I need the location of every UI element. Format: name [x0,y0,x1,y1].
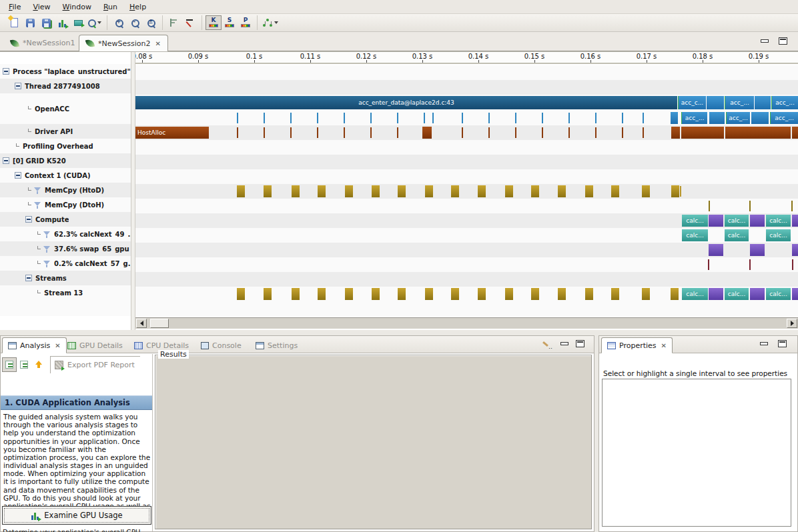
stream13-interval[interactable] [750,288,765,300]
driver-api-tick[interactable] [317,127,318,138]
view-menu-icon[interactable] [543,341,551,347]
maximize-icon[interactable] [576,340,584,347]
openacc-main-interval[interactable]: acc_c... [678,96,706,109]
menu-view[interactable]: View [27,1,56,13]
openacc-sub-tick[interactable] [397,113,398,123]
menu-file[interactable]: File [3,1,27,13]
openacc-sub-tick[interactable] [370,113,372,123]
minimize-icon[interactable] [560,342,568,345]
tree-item-calcnext57[interactable]: 0.2% calcNext_57_g... [0,256,131,271]
driver-api-tick[interactable] [397,127,398,138]
openacc-main-interval[interactable]: acc_... [725,96,754,109]
openacc-sub-tick[interactable] [515,113,516,123]
openacc-main-interval[interactable]: acc_... [771,96,798,109]
timeline-ruler[interactable]: 0.08 s0.09 s0.1 s0.11 s0.12 s0.13 s0.14 … [135,52,798,64]
menu-help[interactable]: Help [123,1,152,13]
openacc-sub-tick[interactable] [317,113,318,123]
stream13-interval[interactable]: calc... [766,288,791,300]
openacc-sub-interval[interactable]: acc_... [726,112,750,124]
process-color-button[interactable]: P [238,15,254,30]
memcpy-dtoh-tick[interactable] [749,201,751,211]
menu-run[interactable]: Run [97,1,123,13]
memcpy-dtoh-tick[interactable] [791,201,793,211]
tab-settings[interactable]: Settings [250,337,303,353]
filter-icon[interactable] [34,187,41,194]
driver-api-tick[interactable] [542,127,543,138]
tree-item-process[interactable]: Process "laplace_unstructured" (1... [0,64,131,79]
minimize-icon[interactable] [761,39,769,43]
flag-marker-button[interactable] [166,15,182,30]
export-pdf-button[interactable]: Export PDF Report [50,356,140,373]
tab-newsession2[interactable]: *NewSession2✕ [79,35,168,51]
stream13-interval[interactable] [478,288,486,300]
stream13-interval[interactable] [264,288,272,300]
run-analysis-button[interactable] [70,15,86,30]
filter-icon[interactable] [43,245,51,253]
zoom-fit-button[interactable]: ± [143,15,159,30]
memcpy-htod-interval[interactable] [398,185,406,197]
collapse-icon[interactable] [3,68,9,75]
calcnext49-interval[interactable]: calc... [682,229,708,241]
memcpy-htod-interval[interactable] [671,185,679,197]
maximize-icon[interactable] [779,37,787,45]
stream13-interval[interactable] [611,288,619,300]
calcnext57-tick[interactable] [792,259,793,270]
zoom-in-button[interactable]: + [111,15,127,30]
collapse-icon[interactable] [15,83,21,89]
compute-interval[interactable]: calc... [725,215,749,227]
stream13-interval[interactable] [642,288,650,300]
driver-api-interval[interactable] [792,127,798,139]
stream13-interval[interactable] [558,288,566,300]
new-session-button[interactable] [6,15,22,30]
openacc-sub-tick[interactable] [432,113,434,123]
openacc-sub-interval[interactable] [671,112,678,124]
filter-icon[interactable] [43,231,51,238]
driver-api-tick[interactable] [643,127,644,138]
openacc-sub-tick[interactable] [622,113,623,123]
menu-window[interactable]: Window [57,1,97,13]
openacc-main-interval[interactable] [707,96,724,109]
openacc-sub-interval[interactable] [709,112,725,124]
memcpy-htod-interval[interactable] [505,185,513,197]
tab-properties[interactable]: Properties ✕ [601,337,673,353]
driver-api-tick[interactable] [237,127,238,138]
openacc-sub-tick[interactable] [462,113,463,123]
examine-gpu-usage-button[interactable]: Examine GPU Usage [2,506,151,525]
tree-item-thread[interactable]: Thread 2877491008 [0,79,131,93]
memcpy-htod-interval[interactable] [642,185,650,197]
openacc-sub-tick[interactable] [264,113,265,123]
zoom-out-button[interactable]: - [127,15,143,30]
calcnext57-tick[interactable] [708,259,709,270]
stream13-interval[interactable] [237,288,245,300]
openacc-sub-tick[interactable] [542,113,543,123]
close-icon[interactable]: ✕ [55,342,60,349]
openacc-sub-tick[interactable] [488,113,490,123]
tree-item-grid-k520[interactable]: [0] GRID K520 [0,153,131,168]
tab-gpu-details[interactable]: GPU Details [62,337,128,353]
tree-splitter[interactable] [131,52,135,330]
scroll-right-button[interactable] [787,319,797,328]
maximize-icon[interactable] [778,340,787,347]
driver-api-tick[interactable] [622,127,623,138]
driver-api-interval[interactable] [671,127,680,139]
call-tree-button[interactable] [261,15,280,30]
tree-item-compute[interactable]: Compute [0,212,131,227]
close-icon[interactable]: ✕ [661,342,667,349]
tab-console[interactable]: Console [195,337,247,353]
save-session-button[interactable] [22,15,38,30]
swap65-interval[interactable] [709,244,723,256]
memcpy-htod-interval[interactable] [264,185,272,197]
memcpy-htod-interval[interactable] [558,185,566,197]
memcpy-htod-interval[interactable] [451,185,459,197]
save-all-button[interactable] [38,15,54,30]
driver-api-tick[interactable] [344,127,345,138]
driver-api-tick[interactable] [370,127,372,138]
close-icon[interactable]: ✕ [155,40,160,47]
stream13-interval[interactable] [398,288,406,300]
horizontal-sash[interactable] [0,330,798,335]
driver-api-interval[interactable] [725,127,791,139]
compute-interval[interactable]: calc... [682,215,708,227]
filter-icon[interactable] [43,260,51,267]
memcpy-dtoh-tick[interactable] [709,201,710,211]
stream13-interval[interactable] [345,288,353,300]
